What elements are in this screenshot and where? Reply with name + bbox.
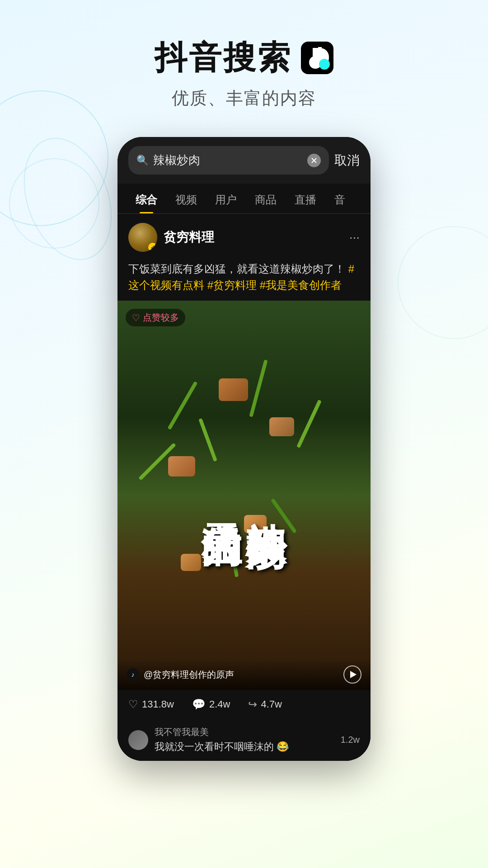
share-stat-icon: ↪ — [248, 698, 257, 711]
tab-comprehensive[interactable]: 综合 — [127, 184, 166, 213]
phone-mockup: 🔍 辣椒炒肉 取消 综合 视频 用户 商品 直播 — [117, 137, 371, 761]
avatar: ✓ — [128, 223, 157, 252]
stats-bar: ♡ 131.8w 💬 2.4w ↪ 4.7w — [117, 690, 371, 719]
post-text-main: 下饭菜到底有多凶猛，就看这道辣椒炒肉了！ — [128, 263, 345, 275]
phone-screen: 🔍 辣椒炒肉 取消 综合 视频 用户 商品 直播 — [117, 137, 371, 761]
play-button[interactable] — [343, 665, 361, 684]
title-text: 抖音搜索 — [155, 36, 292, 80]
overlay-text-col2: 辣椒炒肉 — [246, 490, 286, 501]
play-triangle-icon — [350, 671, 357, 678]
content-area: ✓ 贫穷料理 ··· 下饭菜到底有多凶猛，就看这道辣椒炒肉了！ #这个视频有点料… — [117, 214, 371, 761]
hot-badge: ♡ 点赞较多 — [126, 309, 185, 326]
verified-badge: ✓ — [148, 243, 157, 252]
heart-stat-icon: ♡ — [128, 698, 138, 711]
comment-stat-icon: 💬 — [192, 698, 206, 711]
video-text-overlay: 勇的猛 辣椒炒肉 — [117, 301, 371, 690]
user-info: ✓ 贫穷料理 — [128, 223, 214, 252]
tab-user[interactable]: 用户 — [206, 184, 246, 213]
commenter-name: 我不管我最美 — [155, 726, 334, 738]
video-bottom-bar: ♪ @贫穷料理创作的原声 — [117, 659, 371, 690]
heart-icon: ♡ — [132, 312, 140, 323]
tab-product[interactable]: 商品 — [246, 184, 286, 213]
search-input-container[interactable]: 🔍 辣椒炒肉 — [128, 146, 329, 175]
tab-music[interactable]: 音 — [325, 184, 354, 213]
comments-count: 2.4w — [209, 698, 230, 710]
tab-live[interactable]: 直播 — [286, 184, 325, 213]
search-icon: 🔍 — [136, 155, 149, 166]
tabs-bar: 综合 视频 用户 商品 直播 音 — [117, 184, 371, 214]
comment-content: 我不管我最美 我就没一次看时不咽唾沫的 😂 — [155, 726, 334, 754]
search-query: 辣椒炒肉 — [153, 152, 303, 168]
tiktok-small-icon: ♪ — [127, 668, 139, 681]
shares-stat[interactable]: ↪ 4.7w — [248, 698, 282, 711]
search-bar: 🔍 辣椒炒肉 取消 — [117, 137, 371, 184]
likes-stat[interactable]: ♡ 131.8w — [128, 698, 174, 711]
hashtag-3[interactable]: #我是美食创作者 — [260, 279, 342, 291]
comments-stat[interactable]: 💬 2.4w — [192, 698, 230, 711]
likes-count: 131.8w — [142, 698, 174, 710]
shares-count: 4.7w — [261, 698, 282, 710]
hashtag-2[interactable]: #贫穷料理 — [207, 279, 257, 291]
commenter-avatar — [128, 730, 148, 750]
video-background: 勇的猛 辣椒炒肉 ♡ 点赞较多 ♪ @贫穷料理创作的原声 — [117, 301, 371, 690]
video-container[interactable]: 勇的猛 辣椒炒肉 ♡ 点赞较多 ♪ @贫穷料理创作的原声 — [117, 301, 371, 690]
tab-video[interactable]: 视频 — [166, 184, 206, 213]
comment-body: 我就没一次看时不咽唾沫的 😂 — [155, 740, 334, 754]
cancel-button[interactable]: 取消 — [334, 152, 360, 169]
hot-badge-text: 点赞较多 — [143, 311, 179, 324]
tiktok-logo-icon — [301, 42, 333, 74]
overlay-text-col1: 勇的猛 — [202, 491, 242, 500]
post-header: ✓ 贫穷料理 ··· — [117, 214, 371, 261]
more-options-icon[interactable]: ··· — [349, 230, 360, 245]
audio-source-text: @贫穷料理创作的原声 — [144, 669, 339, 681]
app-title: 抖音搜索 — [0, 36, 488, 80]
post-body: 下饭菜到底有多凶猛，就看这道辣椒炒肉了！ #这个视频有点料 #贫穷料理 #我是美… — [117, 261, 371, 301]
comment-count: 1.2w — [341, 735, 360, 745]
comment-preview: 我不管我最美 我就没一次看时不咽唾沫的 😂 1.2w — [117, 719, 371, 761]
username: 贫穷料理 — [164, 229, 214, 246]
clear-button[interactable] — [307, 154, 321, 167]
